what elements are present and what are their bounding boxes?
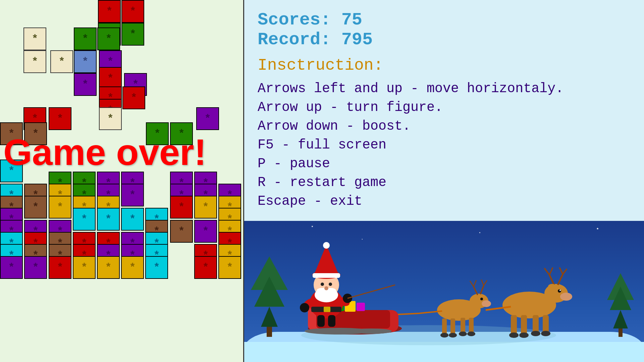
block: * — [0, 256, 23, 279]
svg-line-29 — [480, 286, 484, 294]
svg-point-39 — [467, 331, 475, 336]
santa-svg — [278, 225, 580, 345]
block: * — [122, 86, 145, 109]
instruction-line-5: P - pause — [258, 156, 330, 171]
block: * — [74, 73, 97, 96]
record-display: Record: 795 — [258, 30, 631, 50]
block: * — [50, 50, 73, 73]
block: * — [170, 196, 193, 219]
svg-rect-56 — [317, 315, 325, 327]
svg-point-37 — [449, 333, 457, 338]
info-top: Scores: 75 Record: 795 Insctruction: Arr… — [244, 0, 644, 221]
block: * — [73, 256, 96, 279]
svg-point-5 — [559, 290, 561, 291]
svg-line-10 — [559, 267, 563, 274]
block: * — [145, 256, 168, 279]
block: * — [74, 27, 97, 50]
scores-display: Scores: 75 — [258, 10, 631, 30]
game-panel: * * * * * * * * * * * * * * * * * * * * … — [0, 0, 244, 362]
block: * — [121, 23, 144, 46]
svg-point-69 — [329, 283, 332, 286]
info-panel: Scores: 75 Record: 795 Insctruction: Arr… — [244, 0, 644, 362]
block: * — [170, 220, 193, 243]
svg-point-18 — [519, 333, 529, 338]
svg-rect-32 — [442, 318, 447, 335]
instruction-line-6: R - restart game — [258, 175, 386, 190]
santa-scene-panel: ❄ ❄ ❄ ❄ ❄ ❄ ❄ ❄ ❄ ❄ ❄ ❄ ★ ★ ★ ★ — [244, 221, 644, 362]
svg-point-70 — [324, 286, 328, 290]
instruction-line-1: Arrows left and up - move horizontaly. — [258, 81, 564, 96]
scores-section: Scores: 75 Record: 795 — [258, 10, 631, 50]
svg-point-25 — [480, 298, 483, 300]
block: * — [97, 208, 120, 231]
instruction-title: Insctruction: — [258, 56, 631, 74]
svg-line-28 — [474, 280, 476, 287]
block: * — [194, 196, 217, 219]
block: * — [49, 107, 71, 130]
block: * — [24, 196, 47, 219]
svg-rect-35 — [469, 318, 474, 334]
block: * — [23, 50, 46, 73]
tree-2 — [607, 290, 634, 337]
instruction-line-2: Arrow up - turn figure. — [258, 100, 443, 115]
svg-rect-57 — [328, 315, 335, 327]
svg-rect-15 — [533, 315, 539, 334]
instruction-line-3: Arrow down - boost. — [258, 119, 411, 134]
svg-rect-59 — [324, 307, 330, 312]
block: * — [49, 196, 71, 219]
svg-line-75 — [347, 285, 395, 298]
block: * — [194, 256, 217, 279]
block: * — [121, 184, 144, 206]
instruction-line-7: Escape - exit — [258, 194, 362, 209]
instructions-text: Arrows left and up - move horizontaly. A… — [258, 79, 631, 211]
svg-point-20 — [541, 331, 550, 336]
svg-line-26 — [474, 287, 478, 295]
svg-point-47 — [352, 328, 392, 334]
game-grid: * * * * * * * * * * * * * * * * * * * * … — [0, 0, 243, 362]
svg-rect-16 — [543, 315, 549, 334]
svg-rect-33 — [450, 318, 455, 335]
svg-point-4 — [558, 289, 561, 293]
block: * — [97, 27, 120, 50]
block: * — [23, 27, 46, 50]
svg-point-73 — [300, 303, 309, 312]
svg-point-3 — [560, 293, 572, 301]
svg-rect-51 — [357, 303, 365, 311]
block: * — [49, 256, 71, 279]
block: * — [73, 208, 96, 231]
game-over-label: Game over! — [3, 131, 206, 173]
svg-point-36 — [440, 333, 448, 338]
svg-line-11 — [563, 269, 567, 274]
block: * — [97, 256, 120, 279]
svg-line-9 — [558, 274, 563, 285]
svg-point-19 — [531, 331, 540, 336]
svg-marker-62 — [314, 245, 339, 275]
svg-point-24 — [482, 300, 491, 307]
svg-line-31 — [484, 280, 487, 286]
block: * — [74, 50, 97, 73]
svg-point-68 — [321, 283, 324, 286]
instruction-line-4: F5 - full screen — [258, 137, 386, 153]
svg-rect-34 — [461, 318, 465, 334]
svg-point-12 — [548, 284, 556, 289]
block: * — [218, 256, 241, 279]
block: * — [24, 256, 47, 279]
svg-rect-14 — [521, 315, 527, 335]
svg-line-7 — [544, 268, 549, 275]
svg-point-63 — [323, 242, 330, 249]
svg-line-30 — [481, 280, 484, 286]
svg-rect-13 — [511, 315, 517, 335]
svg-rect-64 — [313, 273, 340, 278]
block: * — [121, 256, 144, 279]
svg-line-8 — [549, 267, 553, 275]
svg-point-38 — [459, 331, 467, 336]
block: * — [99, 107, 122, 130]
block: * — [194, 220, 217, 243]
block: * — [121, 208, 144, 231]
block: * — [196, 107, 219, 130]
svg-point-17 — [509, 333, 519, 338]
block: * — [98, 0, 121, 23]
star: ★ — [596, 226, 599, 231]
svg-line-27 — [470, 281, 474, 287]
block: * — [121, 0, 144, 23]
